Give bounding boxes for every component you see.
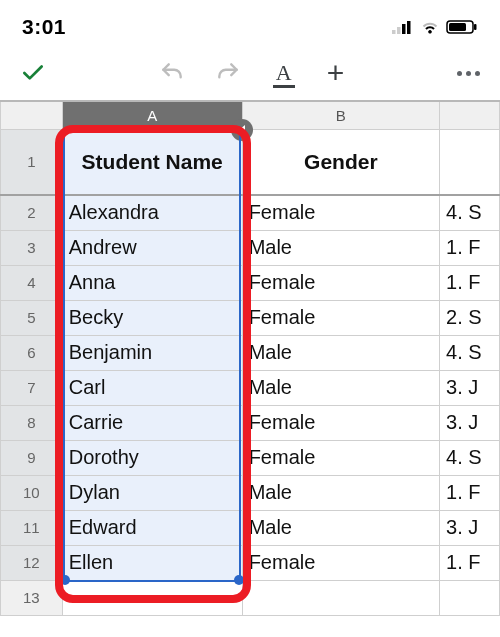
cell[interactable]: 2. S [440,300,500,335]
column-header-B[interactable]: B [242,101,439,129]
accept-icon[interactable] [20,60,46,86]
row-header[interactable]: 3 [1,230,63,265]
svg-rect-1 [397,27,401,34]
cell[interactable]: 1. F [440,265,500,300]
cell[interactable]: Female [242,440,439,475]
cell[interactable]: Female [242,195,439,230]
row-header[interactable]: 5 [1,300,63,335]
battery-icon [446,20,478,34]
cell[interactable]: Male [242,370,439,405]
add-button[interactable]: + [327,58,345,88]
cell[interactable]: 3. J [440,510,500,545]
column-resize-handle[interactable] [231,119,253,141]
cell[interactable]: 3. J [440,370,500,405]
svg-rect-6 [449,23,466,31]
cell[interactable]: Female [242,265,439,300]
row-header[interactable]: 9 [1,440,63,475]
cell[interactable] [62,580,242,615]
cell[interactable]: Male [242,475,439,510]
row-header[interactable]: 11 [1,510,63,545]
cell[interactable]: Ellen [62,545,242,580]
text-format-button[interactable]: A [271,60,297,86]
cell[interactable]: 1. F [440,475,500,510]
svg-rect-2 [402,24,406,34]
cellular-icon [392,20,414,34]
corner-cell[interactable] [1,101,63,129]
cell[interactable]: 1. F [440,545,500,580]
status-bar: 3:01 [0,0,500,48]
cell[interactable]: Dylan [62,475,242,510]
cell[interactable]: 4. S [440,440,500,475]
row-header[interactable]: 2 [1,195,63,230]
cell[interactable]: Edward [62,510,242,545]
spreadsheet[interactable]: A B 1 Student Name Gender 2AlexandraFema… [0,100,500,616]
row-header[interactable]: 13 [1,580,63,615]
cell[interactable]: Alexandra [62,195,242,230]
svg-rect-0 [392,30,396,34]
cell[interactable]: Carrie [62,405,242,440]
svg-rect-3 [407,21,411,34]
row-header[interactable]: 4 [1,265,63,300]
cell[interactable]: Male [242,335,439,370]
svg-rect-7 [474,24,477,30]
cell[interactable]: Dorothy [62,440,242,475]
column-header-A[interactable]: A [62,101,242,129]
cell[interactable]: Andrew [62,230,242,265]
cell[interactable]: Student Name [62,129,242,195]
row-header[interactable]: 10 [1,475,63,510]
cell[interactable]: Benjamin [62,335,242,370]
cell[interactable]: 4. S [440,335,500,370]
more-icon[interactable] [457,71,480,76]
redo-icon[interactable] [215,60,241,86]
toolbar: A + [0,48,500,100]
column-header-C[interactable] [440,101,500,129]
row-header[interactable]: 1 [1,129,63,195]
cell[interactable]: 1. F [440,230,500,265]
row-header[interactable]: 6 [1,335,63,370]
wifi-icon [420,20,440,34]
status-indicators [392,20,478,34]
clock: 3:01 [22,15,66,39]
row-header[interactable]: 12 [1,545,63,580]
cell[interactable]: Female [242,300,439,335]
cell[interactable]: 3. J [440,405,500,440]
cell[interactable]: Female [242,405,439,440]
cell[interactable]: Becky [62,300,242,335]
cell[interactable]: Anna [62,265,242,300]
cell[interactable]: Carl [62,370,242,405]
cell[interactable] [440,129,500,195]
cell[interactable] [440,580,500,615]
cell[interactable]: Female [242,545,439,580]
cell[interactable] [242,580,439,615]
cell[interactable]: Male [242,230,439,265]
cell[interactable]: Male [242,510,439,545]
row-header[interactable]: 8 [1,405,63,440]
cell[interactable]: 4. S [440,195,500,230]
row-header[interactable]: 7 [1,370,63,405]
undo-icon[interactable] [159,60,185,86]
svg-point-4 [428,30,431,33]
cell[interactable]: Gender [242,129,439,195]
